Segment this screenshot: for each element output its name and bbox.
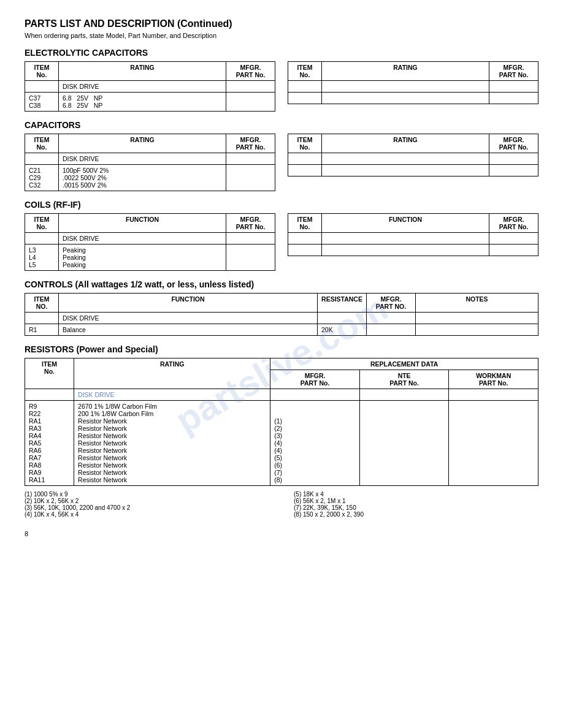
footnote-5: (5) 18K x 4 (294, 491, 538, 498)
cell-mfgr (226, 165, 275, 191)
cell-item: C21C29C32 (25, 165, 59, 191)
coils-left-table: ITEMNo. FUNCTION MFGR.PART No. DISK DRIV… (25, 213, 275, 271)
cell-mfgr (367, 324, 416, 336)
col-item-no: ITEMNO. (25, 294, 59, 313)
col-item-no: ITEMNo. (25, 358, 74, 389)
cell-function: DISK DRIVE (59, 233, 226, 245)
cell-workman (449, 389, 538, 401)
footnote-3: (3) 56K, 10K, 1000, 2200 and 4700 x 2 (25, 504, 269, 511)
cell-mfgr (226, 233, 275, 245)
section-electrolytic-title: ELECTROLYTIC CAPACITORS (25, 48, 538, 58)
table-row: DISK DRIVE (25, 233, 275, 245)
section-resistors-title: RESISTORS (Power and Special) (25, 344, 538, 354)
footnote-7: (7) 22K, 39K, 15K, 150 (294, 504, 538, 511)
cell-resistance (318, 313, 367, 324)
cell-function: Balance (59, 324, 318, 336)
electrolytic-left-table: ITEMNo. RATING MFGR.PART No. DISK DRIVE … (25, 61, 275, 112)
capacitors-right-table-el: ITEMNo. RATING MFGR.PART No. (288, 134, 538, 176)
col-item-no: ITEMNo. (25, 214, 59, 233)
col-item-no: ITEMNo. (25, 62, 59, 81)
col-workman: WORKMANPART No. (449, 370, 538, 389)
resistors-section: ITEMNo. RATING REPLACEMENT DATA MFGR.PAR… (25, 358, 538, 486)
cell-item (25, 313, 59, 324)
footnote-6: (6) 56K x 2, 1M x 1 (294, 498, 538, 504)
cell-item (288, 153, 322, 165)
cell-item (288, 93, 322, 104)
col-item-no: ITEMNo. (288, 134, 322, 153)
col-mfgr: MFGR.PART No. (489, 62, 538, 81)
col-mfgr: MFGR.PART No. (489, 134, 538, 153)
col-rating: RATING (59, 134, 226, 153)
cell-item (25, 389, 74, 401)
cell-notes (416, 324, 538, 336)
table-row: R1 Balance 20K (25, 324, 538, 336)
cell-rating: DISK DRIVE (59, 81, 226, 93)
col-mfgr: MFGR.PART No. (489, 214, 538, 233)
cell-rating (322, 93, 489, 104)
footnote-2: (2) 10K x 2, 56K x 2 (25, 498, 269, 504)
section-capacitors-title: CAPACITORS (25, 120, 538, 130)
coils-section: ITEMNo. FUNCTION MFGR.PART No. DISK DRIV… (25, 213, 538, 271)
cell-mfgr (226, 245, 275, 271)
cell-mfgr (226, 93, 275, 112)
footnote-1: (1) 1000 5% x 9 (25, 491, 269, 498)
cell-rating: DISK DRIVE (59, 153, 226, 165)
table-row: C21C29C32 100pF 500V 2%.0022 500V 2%.001… (25, 165, 275, 191)
footnote-4: (4) 10K x 4, 56K x 4 (25, 511, 269, 518)
col-mfgr: MFGR.PART No. (226, 62, 275, 81)
cell-function (322, 245, 489, 256)
col-resistance: RESISTANCE (318, 294, 367, 313)
col-nte: NTEPART No. (359, 370, 449, 389)
col-rating: RATING (59, 62, 226, 81)
footnotes-left: (1) 1000 5% x 9 (2) 10K x 2, 56K x 2 (3)… (25, 491, 269, 518)
col-item-no: ITEMNo. (25, 134, 59, 153)
footnotes-right: (5) 18K x 4 (6) 56K x 2, 1M x 1 (7) 22K,… (294, 491, 538, 518)
cell-mfgr (270, 389, 360, 401)
col-replacement-data: REPLACEMENT DATA (270, 358, 538, 370)
cell-item (25, 153, 59, 165)
cell-item (288, 165, 322, 176)
col-rating: RATING (322, 62, 489, 81)
cell-item: L3L4L5 (25, 245, 59, 271)
table-row (288, 165, 538, 176)
cell-mfgr (226, 81, 275, 93)
coils-right-table: ITEMNo. FUNCTION MFGR.PART No. (288, 213, 538, 271)
table-row: DISK DRIVE (25, 389, 538, 401)
main-title: PARTS LIST AND DESCRIPTION (Continued) (25, 18, 538, 29)
table-row: DISK DRIVE (25, 153, 275, 165)
capacitors-left-table-el: ITEMNo. RATING MFGR.PART No. DISK DRIVE … (25, 134, 275, 191)
table-row (288, 245, 538, 256)
table-row: DISK DRIVE (25, 313, 538, 324)
cell-resistance: 20K (318, 324, 367, 336)
capacitors-left-table: ITEMNo. RATING MFGR.PART No. DISK DRIVE … (25, 134, 275, 191)
electrolytic-right-table-el: ITEMNo. RATING MFGR.PART No. (288, 61, 538, 104)
controls-table: ITEMNO. FUNCTION RESISTANCE MFGR.PART NO… (25, 293, 538, 336)
coils-left-table-el: ITEMNo. FUNCTION MFGR.PART No. DISK DRIV… (25, 213, 275, 271)
table-row: DISK DRIVE (25, 81, 275, 93)
cell-nte (359, 389, 449, 401)
cell-rating (322, 165, 489, 176)
cell-nte (359, 401, 449, 486)
cell-mfgr (489, 233, 538, 245)
col-mfgr: MFGR.PART No. (226, 214, 275, 233)
capacitors-section: ITEMNo. RATING MFGR.PART No. DISK DRIVE … (25, 134, 538, 191)
cell-item: R1 (25, 324, 59, 336)
footnotes: (1) 1000 5% x 9 (2) 10K x 2, 56K x 2 (3)… (25, 491, 538, 518)
coils-right-table-el: ITEMNo. FUNCTION MFGR.PART No. (288, 213, 538, 256)
cell-mfgr (489, 93, 538, 104)
cell-item (25, 233, 59, 245)
table-row: C37C38 6.8 25V NP6.8 25V NP (25, 93, 275, 112)
col-function: FUNCTION (322, 214, 489, 233)
cell-mfgr: (1)(2)(3)(4)(4)(5)(6)(7)(8) (270, 401, 360, 486)
section-coils-title: COILS (RF-IF) (25, 200, 538, 210)
table-row: L3L4L5 PeakingPeakingPeaking (25, 245, 275, 271)
cell-rating (322, 81, 489, 93)
col-item-no: ITEMNo. (288, 214, 322, 233)
cell-mfgr (367, 313, 416, 324)
cell-item (288, 233, 322, 245)
col-rating: RATING (322, 134, 489, 153)
cell-mfgr (489, 245, 538, 256)
cell-item: C37C38 (25, 93, 59, 112)
cell-item (288, 81, 322, 93)
cell-mfgr (489, 153, 538, 165)
